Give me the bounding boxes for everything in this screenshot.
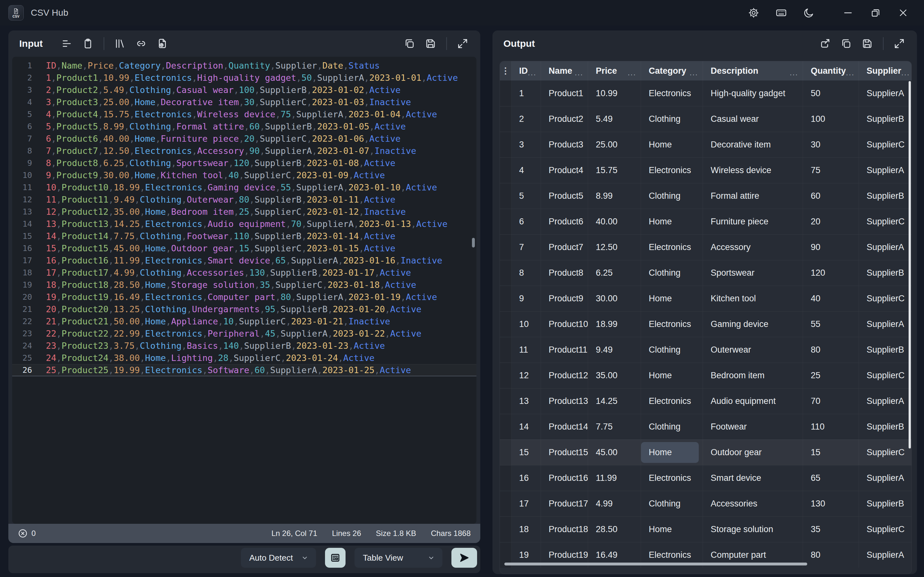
table-cell[interactable]: Product1: [541, 81, 588, 106]
editor-line[interactable]: 65,Product5,8.99,Clothing,Formal attire,…: [12, 121, 477, 133]
table-cell[interactable]: 110: [803, 414, 859, 440]
copy-input-button[interactable]: [400, 34, 419, 53]
expand-output-button[interactable]: [890, 34, 909, 53]
convert-button[interactable]: [451, 548, 477, 568]
copy-output-button[interactable]: [837, 34, 855, 53]
table-cell[interactable]: 70: [803, 388, 859, 414]
column-header-supplier[interactable]: Supplier...: [859, 61, 911, 81]
table-cell[interactable]: Product15: [541, 440, 588, 465]
table-cell[interactable]: Bedroom item: [703, 363, 803, 388]
table-cell[interactable]: 10: [511, 311, 541, 337]
table-cell[interactable]: Product16: [541, 466, 588, 491]
table-cell[interactable]: 28.50: [588, 517, 641, 542]
table-cell[interactable]: SupplierB: [859, 106, 911, 132]
table-cell[interactable]: Home: [641, 286, 703, 311]
table-cell[interactable]: SupplierA: [859, 81, 911, 106]
table-cell[interactable]: 35.00: [588, 363, 641, 388]
table-cell[interactable]: 17: [511, 491, 541, 516]
row-gutter[interactable]: [500, 388, 511, 414]
editor-line[interactable]: 1514,Product14,7.75,Clothing,Footwear,11…: [12, 230, 477, 242]
table-cell[interactable]: 6.25: [588, 260, 641, 285]
table-cell[interactable]: Footwear: [703, 414, 803, 440]
editor-line[interactable]: 76,Product6,40.00,Home,Furniture piece,2…: [12, 133, 477, 145]
table-cell[interactable]: SupplierB: [859, 337, 911, 363]
table-cell[interactable]: 13: [511, 388, 541, 414]
table-cell[interactable]: SupplierC: [859, 286, 911, 311]
table-cell[interactable]: 5.49: [588, 106, 641, 132]
table-cell[interactable]: 55: [803, 311, 859, 337]
table-cell[interactable]: Home: [641, 132, 703, 157]
table-cell[interactable]: 9: [511, 286, 541, 311]
table-cell[interactable]: Home: [641, 440, 703, 465]
table-cell[interactable]: Electronics: [641, 158, 703, 183]
table-menu-button[interactable]: ⋮: [500, 61, 511, 81]
table-cell[interactable]: High-quality gadget: [703, 81, 803, 106]
editor-scrollbar-thumb[interactable]: [472, 238, 475, 247]
column-menu-icon[interactable]: ...: [790, 68, 798, 77]
editor-line[interactable]: 109,Product9,30.00,Home,Kitchen tool,40,…: [12, 169, 477, 181]
table-cell[interactable]: 14.25: [588, 388, 641, 414]
table-vertical-scrollbar-thumb[interactable]: [909, 81, 911, 448]
table-cell[interactable]: Product12: [541, 363, 588, 388]
editor-line[interactable]: 2221,Product21,50.00,Home,Appliance,10,S…: [12, 316, 477, 327]
table-cell[interactable]: Formal attire: [703, 183, 803, 209]
editor-line[interactable]: 2423,Product23,3.75,Clothing,Basics,140,…: [12, 340, 477, 352]
load-url-button[interactable]: [132, 34, 150, 53]
view-select[interactable]: Table View: [355, 548, 443, 568]
table-cell[interactable]: 25: [803, 363, 859, 388]
row-gutter[interactable]: [500, 363, 511, 388]
row-gutter[interactable]: [500, 414, 511, 440]
table-cell[interactable]: Product5: [541, 183, 588, 209]
table-cell[interactable]: 80: [803, 337, 859, 363]
editor-line[interactable]: 32,Product2,5.49,Clothing,Casual wear,10…: [12, 84, 477, 96]
view-options-button[interactable]: [325, 548, 346, 568]
row-gutter[interactable]: [500, 337, 511, 363]
table-cell[interactable]: 60: [803, 183, 859, 209]
column-menu-icon[interactable]: ...: [901, 68, 910, 77]
row-gutter[interactable]: [500, 466, 511, 491]
editor-line[interactable]: 1615,Product15,45.00,Home,Outdoor gear,1…: [12, 242, 477, 255]
editor-line[interactable]: 2019,Product19,16.49,Electronics,Compute…: [12, 291, 477, 303]
editor-line[interactable]: 1817,Product17,4.99,Clothing,Accessories…: [12, 267, 477, 279]
table-horizontal-scrollbar-thumb[interactable]: [504, 562, 807, 566]
table-cell[interactable]: Home: [641, 363, 703, 388]
table-cell[interactable]: 2: [511, 106, 541, 132]
paste-button[interactable]: [79, 34, 97, 53]
table-cell[interactable]: 7: [511, 235, 541, 260]
table-cell[interactable]: 4.99: [588, 491, 641, 516]
theme-toggle-button[interactable]: [795, 3, 822, 23]
table-cell[interactable]: SupplierC: [859, 209, 911, 234]
table-cell[interactable]: 4: [511, 158, 541, 183]
table-cell[interactable]: Product8: [541, 260, 588, 285]
table-cell[interactable]: Accessory: [703, 235, 803, 260]
table-cell[interactable]: Product10: [541, 311, 588, 337]
column-menu-icon[interactable]: ...: [846, 68, 855, 77]
table-cell[interactable]: Product14: [541, 414, 588, 440]
table-cell[interactable]: 9.49: [588, 337, 641, 363]
table-cell[interactable]: Product9: [541, 286, 588, 311]
table-cell[interactable]: Clothing: [641, 183, 703, 209]
table-cell[interactable]: SupplierC: [859, 440, 911, 465]
table-cell[interactable]: Audio equipment: [703, 388, 803, 414]
table-cell[interactable]: Product6: [541, 209, 588, 234]
editor-line[interactable]: 54,Product4,15.75,Electronics,Wireless d…: [12, 108, 477, 121]
column-header-price[interactable]: Price...: [588, 61, 641, 81]
table-cell[interactable]: 30.00: [588, 286, 641, 311]
table-cell[interactable]: 20: [803, 209, 859, 234]
table-cell[interactable]: Product18: [541, 517, 588, 542]
table-cell[interactable]: Furniture piece: [703, 209, 803, 234]
row-gutter[interactable]: [500, 235, 511, 260]
table-cell[interactable]: 16: [511, 466, 541, 491]
table-cell[interactable]: Storage solution: [703, 517, 803, 542]
row-gutter[interactable]: [500, 440, 511, 465]
table-cell[interactable]: Clothing: [641, 337, 703, 363]
editor-line[interactable]: 21,Product1,10.99,Electronics,High-quali…: [12, 72, 477, 84]
table-cell[interactable]: SupplierC: [859, 363, 911, 388]
editor-line[interactable]: 1413,Product13,14.25,Electronics,Audio e…: [12, 218, 477, 230]
table-cell[interactable]: 18: [511, 517, 541, 542]
row-gutter[interactable]: [500, 81, 511, 106]
table-cell[interactable]: 130: [803, 491, 859, 516]
open-file-button[interactable]: [153, 34, 172, 53]
table-cell[interactable]: 18.99: [588, 311, 641, 337]
table-cell[interactable]: SupplierC: [859, 517, 911, 542]
